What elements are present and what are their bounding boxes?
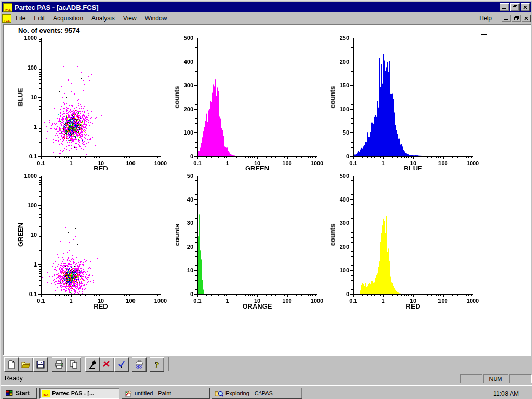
print-icon bbox=[54, 360, 64, 370]
document-icon[interactable]: FCS bbox=[2, 14, 11, 23]
window-title: Partec PAS - [acADB.FCS] bbox=[15, 4, 499, 11]
app-icon: PAS bbox=[3, 3, 12, 12]
copy-button[interactable] bbox=[66, 357, 81, 372]
status-cell-num: NUM bbox=[483, 374, 508, 383]
x-axis-label: RED bbox=[41, 302, 161, 310]
status-cell-scrl bbox=[509, 374, 532, 383]
save-button[interactable] bbox=[33, 357, 48, 372]
windows-logo-icon bbox=[5, 390, 14, 397]
minimize-icon bbox=[502, 6, 507, 9]
y-axis-label: counts bbox=[173, 224, 181, 246]
help-icon: ? bbox=[152, 360, 162, 370]
menu-window[interactable]: Window bbox=[141, 13, 171, 23]
menu-edit[interactable]: Edit bbox=[30, 13, 49, 23]
y-axis-label: GREEN bbox=[17, 223, 24, 247]
toolbar-separator bbox=[168, 357, 170, 371]
task-explorer[interactable]: Exploring - C:\PAS bbox=[212, 388, 302, 399]
menu-help[interactable]: Help bbox=[475, 13, 496, 23]
status-cell-caps bbox=[460, 374, 482, 383]
mdi-close-button[interactable] bbox=[522, 15, 531, 22]
start-measurement-button[interactable] bbox=[85, 357, 100, 372]
copy-icon bbox=[69, 360, 79, 370]
plot-canvas-green-vs-red bbox=[13, 170, 169, 304]
minimize-button[interactable] bbox=[500, 3, 509, 11]
plot-orange-histogram: counts ORANGE bbox=[169, 170, 325, 316]
svg-text:?: ? bbox=[155, 360, 159, 370]
task-label: Partec PAS - [... bbox=[52, 390, 94, 396]
save-icon bbox=[35, 360, 46, 370]
y-axis-label: BLUE bbox=[17, 88, 24, 106]
new-document-button[interactable] bbox=[4, 357, 19, 372]
y-axis-label: counts bbox=[173, 86, 181, 109]
task-partec-pas[interactable]: PAS Partec PAS - [... bbox=[39, 388, 119, 399]
close-icon bbox=[524, 17, 528, 20]
plot-canvas-blue-vs-red bbox=[13, 33, 169, 167]
explorer-icon bbox=[215, 390, 223, 397]
start-measurement-icon bbox=[87, 360, 98, 370]
apply-check-button[interactable] bbox=[114, 357, 129, 372]
open-folder-icon bbox=[21, 360, 31, 370]
pas-icon: PAS bbox=[42, 390, 50, 397]
x-axis-label: RED bbox=[353, 302, 473, 310]
plot-canvas-red-histogram bbox=[325, 170, 481, 304]
flow-clean-button[interactable] bbox=[132, 357, 147, 372]
menu-acquisition[interactable]: Acquisition bbox=[49, 13, 87, 23]
restore-icon bbox=[514, 16, 519, 20]
y-axis-label: counts bbox=[329, 86, 337, 109]
menu-bar: FCS File Edit Acquisition Analysis View … bbox=[2, 12, 531, 24]
restore-button[interactable] bbox=[510, 3, 520, 11]
close-icon bbox=[523, 6, 527, 9]
menu-analysis[interactable]: Analysis bbox=[87, 13, 119, 23]
print-button[interactable] bbox=[52, 357, 66, 372]
task-paint[interactable]: untitled - Paint bbox=[122, 388, 210, 399]
document-area: No. of events: 9574 BLUE RED counts GREE… bbox=[3, 24, 531, 356]
title-bar: PAS Partec PAS - [acADB.FCS] bbox=[2, 2, 531, 12]
mdi-restore-button[interactable] bbox=[512, 15, 521, 22]
y-axis-label: counts bbox=[329, 224, 337, 246]
mdi-minimize-button[interactable] bbox=[502, 15, 511, 22]
help-button[interactable]: ? bbox=[150, 357, 164, 372]
stop-measurement-button[interactable] bbox=[100, 357, 114, 372]
plot-canvas-green-histogram bbox=[169, 33, 325, 167]
plot-canvas-blue-histogram bbox=[325, 33, 481, 167]
stop-measurement-icon bbox=[102, 360, 112, 370]
new-document-icon bbox=[6, 360, 17, 370]
restore-icon bbox=[513, 5, 517, 9]
toolbar: ? bbox=[1, 356, 532, 373]
plot-blue-vs-red: BLUE RED bbox=[13, 33, 169, 178]
taskbar-clock[interactable]: 11:08 AM bbox=[482, 388, 530, 399]
plot-green-vs-red: GREEN RED bbox=[13, 170, 169, 316]
plot-green-histogram: counts GREEN bbox=[169, 33, 325, 178]
plot-canvas-orange-histogram bbox=[169, 170, 325, 304]
apply-check-icon bbox=[116, 360, 127, 370]
start-button[interactable]: Start bbox=[3, 388, 37, 399]
paint-icon bbox=[124, 390, 132, 397]
start-label: Start bbox=[16, 390, 30, 397]
task-label: Exploring - C:\PAS bbox=[225, 390, 273, 396]
app-window: PAS Partec PAS - [acADB.FCS] FCS File Ed… bbox=[0, 0, 532, 399]
clock-text: 11:08 AM bbox=[493, 390, 519, 397]
menu-view[interactable]: View bbox=[119, 13, 141, 23]
flow-clean-icon bbox=[134, 360, 144, 370]
open-folder-button[interactable] bbox=[19, 357, 33, 372]
taskbar: Start PAS Partec PAS - [... untitled - P… bbox=[1, 385, 532, 399]
task-label: untitled - Paint bbox=[135, 390, 171, 396]
plot-red-histogram: counts RED bbox=[325, 170, 481, 316]
status-text: Ready bbox=[5, 375, 23, 382]
plot-blue-histogram: counts BLUE bbox=[325, 33, 481, 178]
x-axis-label: ORANGE bbox=[197, 302, 317, 310]
close-button[interactable] bbox=[521, 3, 530, 11]
menu-file[interactable]: File bbox=[11, 13, 30, 23]
status-bar: Ready NUM bbox=[1, 372, 532, 385]
minimize-icon bbox=[504, 17, 509, 20]
